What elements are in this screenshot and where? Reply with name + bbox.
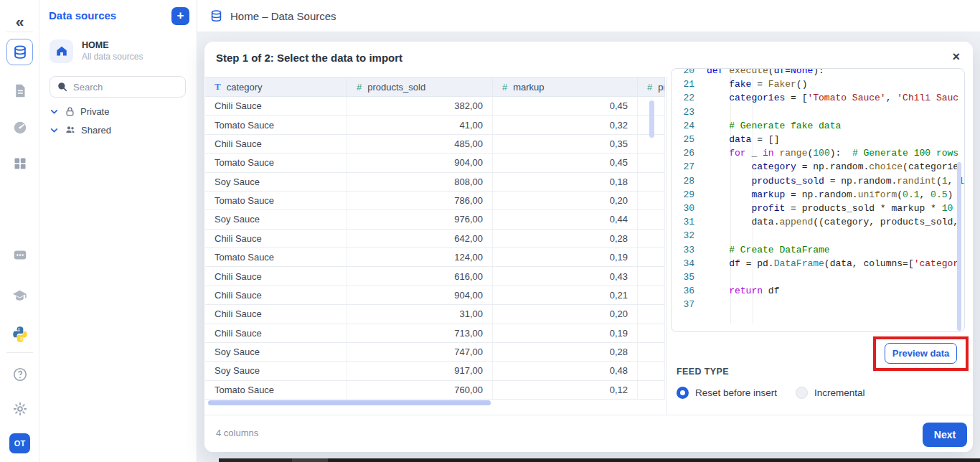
table-cell: [638, 230, 665, 248]
table-row[interactable]: Chili Sauce31,000,20: [205, 305, 665, 324]
code-line: 25 data = []: [672, 133, 964, 146]
python-icon: [11, 325, 29, 344]
app-screen: «: [0, 0, 980, 462]
line-number: 27: [672, 160, 694, 174]
feed-type-label: FEED TYPE: [677, 367, 729, 377]
table-row[interactable]: Chili Sauce616,000,43: [205, 267, 665, 286]
line-number: 28: [672, 174, 694, 188]
table-row[interactable]: Soy Sauce808,000,18: [205, 173, 665, 192]
table-cell: [638, 248, 665, 266]
data-sources-panel: Data sources + HOME All data sources Sea…: [39, 0, 197, 462]
table-cell: [638, 324, 665, 342]
settings-button[interactable]: [0, 399, 39, 419]
table-row[interactable]: Chili Sauce904,000,21: [205, 286, 665, 305]
code-text: return df: [707, 284, 779, 298]
radio-unselected-icon[interactable]: [796, 387, 808, 399]
code-text: fake = Faker(): [707, 77, 807, 91]
line-number: 37: [672, 298, 694, 311]
table-row[interactable]: Chili Sauce485,000,35: [205, 135, 665, 154]
help-button[interactable]: [0, 364, 39, 385]
table-cell: Tomato Sauce: [205, 116, 347, 133]
table-cell: 642,00: [347, 230, 493, 248]
table-row[interactable]: Soy Sauce917,000,48: [205, 362, 665, 380]
user-avatar[interactable]: OT: [9, 433, 30, 453]
nav-dashboards[interactable]: [0, 118, 39, 138]
numeric-type-icon: #: [502, 82, 507, 93]
preview-data-button[interactable]: Preview data: [885, 343, 957, 364]
nav-python[interactable]: [0, 324, 39, 345]
column-header-category[interactable]: Tcategory: [205, 77, 347, 96]
code-text: # Generate fake data: [707, 119, 841, 133]
nav-data-sources[interactable]: [6, 39, 33, 65]
column-header-products_sold[interactable]: #products_sold: [347, 77, 493, 96]
table-cell: Chili Sauce: [205, 305, 347, 323]
graduation-cap-icon: [11, 288, 28, 304]
table-cell: 0,20: [493, 305, 638, 323]
radio-option-reset-before-insert[interactable]: Reset before insert: [677, 387, 777, 399]
table-row[interactable]: Chili Sauce382,000,45: [205, 97, 665, 116]
table-row[interactable]: Soy Sauce976,000,44: [205, 210, 665, 229]
search-input[interactable]: Search: [50, 76, 186, 98]
taskbar-edge: [219, 458, 292, 462]
table-cell: 976,00: [347, 210, 493, 228]
line-number: 20: [672, 68, 694, 77]
table-row[interactable]: Tomato Sauce124,000,19: [205, 248, 665, 267]
column-header-pr[interactable]: #pr: [638, 77, 665, 96]
close-icon[interactable]: ×: [952, 50, 960, 65]
code-text: markup = np.random.uniform(0.1, 0.5): [707, 188, 953, 202]
table-row[interactable]: Tomato Sauce41,000,32: [205, 116, 665, 134]
chevron-down-icon[interactable]: [50, 126, 59, 135]
code-line: 35: [672, 270, 964, 284]
code-line: 27 category = np.random.choice(categorie: [672, 160, 964, 174]
tree-item-private[interactable]: Private: [50, 103, 186, 119]
code-line: 23: [672, 105, 964, 119]
chevron-down-icon[interactable]: [50, 107, 59, 116]
table-horizontal-scrollbar[interactable]: [208, 400, 491, 405]
next-button[interactable]: Next: [923, 423, 967, 447]
code-editor[interactable]: 20def execute(df=None):21 fake = Faker()…: [671, 68, 965, 332]
table-cell: 917,00: [347, 362, 493, 380]
radio-label: Reset before insert: [695, 387, 777, 398]
tree-item-shared[interactable]: Shared: [50, 122, 186, 138]
table-row[interactable]: Tomato Sauce760,000,12: [205, 381, 665, 400]
code-text: profit = products_sold * markup * 10: [707, 202, 953, 215]
code-text: categories = ['Tomato Sauce', 'Chili Sau…: [707, 91, 958, 105]
collapse-icon: «: [16, 13, 24, 30]
column-header-markup[interactable]: #markup: [493, 77, 638, 96]
top-bar: Home – Data Sources: [197, 0, 980, 32]
table-vertical-scrollbar[interactable]: [649, 100, 654, 138]
table-cell: [638, 286, 665, 304]
table-cell: 786,00: [347, 192, 493, 209]
table-row[interactable]: Tomato Sauce786,000,20: [205, 192, 665, 210]
table-row[interactable]: Tomato Sauce904,000,45: [205, 154, 665, 172]
code-line: 20def execute(df=None):: [672, 68, 964, 77]
table-cell: 0,18: [493, 173, 638, 191]
divider: [6, 32, 33, 32]
database-icon: [12, 44, 28, 60]
collapse-sidebar-button[interactable]: «: [0, 12, 39, 31]
database-icon: [209, 9, 223, 23]
add-data-source-button[interactable]: +: [171, 7, 189, 25]
radio-selected-icon[interactable]: [677, 387, 689, 399]
nav-learn[interactable]: [0, 286, 39, 306]
table-row[interactable]: Soy Sauce747,000,28: [205, 343, 665, 362]
sidebar-item-home[interactable]: HOME All data sources: [50, 38, 189, 64]
column-header-label: markup: [513, 82, 544, 93]
code-vertical-scrollbar[interactable]: [957, 162, 961, 331]
table-cell: Soy Sauce: [205, 210, 347, 228]
nav-apps[interactable]: [0, 154, 39, 174]
nav-documents[interactable]: [0, 80, 39, 100]
line-number: 25: [672, 133, 694, 146]
code-text: data = []: [707, 133, 779, 146]
radio-option-incremental[interactable]: Incremental: [796, 387, 865, 399]
table-cell: [638, 343, 665, 361]
nav-automation[interactable]: [0, 245, 39, 265]
table-row[interactable]: Chili Sauce642,000,28: [205, 230, 665, 248]
table-cell: 0,45: [493, 97, 638, 115]
table-cell: 0,19: [493, 248, 638, 266]
line-number: 35: [672, 270, 694, 284]
table-cell: 0,21: [493, 286, 638, 304]
table-row[interactable]: Chili Sauce713,000,19: [205, 324, 665, 343]
tree-item-label: Private: [80, 106, 109, 117]
table-cell: 904,00: [347, 154, 493, 171]
